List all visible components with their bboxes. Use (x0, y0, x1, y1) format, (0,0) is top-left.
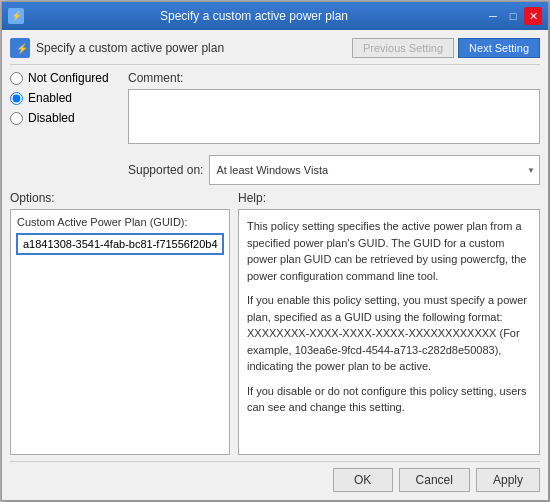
previous-setting-button[interactable]: Previous Setting (352, 38, 454, 58)
close-button[interactable]: ✕ (524, 7, 542, 25)
apply-button[interactable]: Apply (476, 468, 540, 492)
window-icon: ⚡ (8, 8, 24, 24)
disabled-radio[interactable] (10, 112, 23, 125)
not-configured-label: Not Configured (28, 71, 109, 85)
options-help-row: Options: Custom Active Power Plan (GUID)… (10, 191, 540, 455)
disabled-radio-item[interactable]: Disabled (10, 111, 120, 125)
title-controls: ─ □ ✕ (484, 7, 542, 25)
enabled-label: Enabled (28, 91, 72, 105)
comment-textarea[interactable] (128, 89, 540, 144)
enabled-radio-item[interactable]: Enabled (10, 91, 120, 105)
not-configured-radio-item[interactable]: Not Configured (10, 71, 120, 85)
help-label: Help: (238, 191, 540, 205)
header-title-group: ⚡ Specify a custom active power plan (10, 38, 224, 58)
title-bar: ⚡ Specify a custom active power plan ─ □… (2, 2, 548, 30)
supported-value-box: At least Windows Vista ▼ (209, 155, 540, 185)
header-title: Specify a custom active power plan (36, 41, 224, 55)
header-icon: ⚡ (10, 38, 30, 58)
maximize-button[interactable]: □ (504, 7, 522, 25)
next-setting-button[interactable]: Next Setting (458, 38, 540, 58)
supported-dropdown-arrow: ▼ (527, 166, 535, 175)
enabled-radio[interactable] (10, 92, 23, 105)
help-box[interactable]: This policy setting specifies the active… (238, 209, 540, 455)
options-section: Options: Custom Active Power Plan (GUID)… (10, 191, 230, 455)
supported-value: At least Windows Vista (216, 164, 328, 176)
comment-section: Comment: Supported on: At least Windows … (128, 71, 540, 185)
options-label: Options: (10, 191, 230, 205)
header-row: ⚡ Specify a custom active power plan Pre… (10, 38, 540, 65)
minimize-button[interactable]: ─ (484, 7, 502, 25)
not-configured-radio[interactable] (10, 72, 23, 85)
radio-group: Not Configured Enabled Disabled (10, 71, 120, 125)
help-section: Help: This policy setting specifies the … (238, 191, 540, 455)
footer-row: OK Cancel Apply (10, 461, 540, 492)
middle-row: Not Configured Enabled Disabled Comment:… (10, 71, 540, 185)
guid-input[interactable] (17, 234, 223, 254)
main-window: ⚡ Specify a custom active power plan ─ □… (1, 1, 549, 501)
content-area: ⚡ Specify a custom active power plan Pre… (2, 30, 548, 500)
nav-buttons: Previous Setting Next Setting (352, 38, 540, 58)
options-box: Custom Active Power Plan (GUID): (10, 209, 230, 455)
comment-label: Comment: (128, 71, 540, 85)
cancel-button[interactable]: Cancel (399, 468, 470, 492)
disabled-label: Disabled (28, 111, 75, 125)
comment-wrapper (128, 89, 540, 147)
supported-label: Supported on: (128, 163, 203, 177)
supported-row: Supported on: At least Windows Vista ▼ (128, 155, 540, 185)
svg-text:⚡: ⚡ (16, 42, 27, 55)
ok-button[interactable]: OK (333, 468, 393, 492)
guid-label: Custom Active Power Plan (GUID): (17, 216, 223, 228)
window-title: Specify a custom active power plan (24, 9, 484, 23)
